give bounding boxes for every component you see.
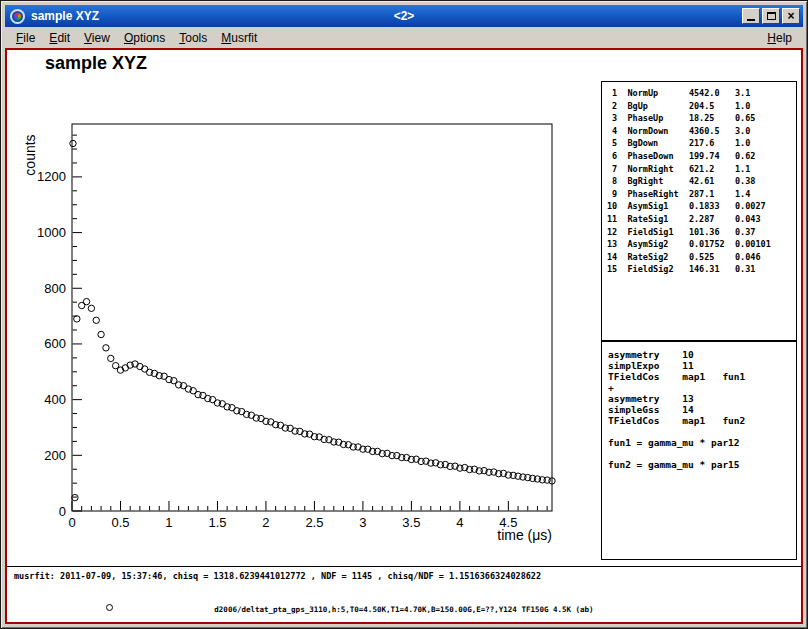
theory-box[interactable]: asymmetry 10 simplExpo 11 TFieldCos map1… [601, 341, 797, 560]
window-center-title: <2> [5, 9, 803, 23]
svg-text:400: 400 [44, 392, 66, 407]
data-points [70, 140, 555, 501]
close-icon: × [787, 10, 794, 22]
svg-text:1000: 1000 [37, 225, 66, 240]
legend-text: d2006/deltat_pta_gps_3110,h:5,T0=4.50K,T… [7, 599, 801, 614]
maximize-button[interactable] [762, 8, 780, 24]
menu-item-musrfit[interactable]: Musrfit [214, 29, 264, 47]
svg-text:1.5: 1.5 [208, 515, 226, 530]
svg-text:3: 3 [359, 515, 366, 530]
menu-item-options[interactable]: Options [117, 29, 172, 47]
main-window: sample XYZ <2> × File Edit View Options … [0, 0, 808, 629]
svg-text:4: 4 [456, 515, 463, 530]
svg-text:600: 600 [44, 336, 66, 351]
window-controls: × [742, 8, 800, 24]
run-legend[interactable]: d2006/deltat_pta_gps_3110,h:5,T0=4.50K,T… [7, 599, 801, 619]
menu-item-tools[interactable]: Tools [172, 29, 214, 47]
parameter-box[interactable]: 1 NormUp 4542.0 3.1 2 BgUp 204.5 1.0 3 P… [601, 81, 797, 341]
svg-text:1200: 1200 [37, 169, 66, 184]
svg-text:1: 1 [165, 515, 172, 530]
svg-text:0: 0 [59, 504, 66, 519]
svg-text:counts: counts [22, 134, 38, 175]
theory-box-text: asymmetry 10 simplExpo 11 TFieldCos map1… [602, 342, 796, 470]
maximize-icon [767, 12, 776, 20]
svg-text:800: 800 [44, 281, 66, 296]
canvas[interactable]: sample XYZ 02004006008001000120000.511.5… [5, 48, 803, 624]
menu-item-edit[interactable]: Edit [42, 29, 77, 47]
window-title: sample XYZ [31, 9, 99, 23]
fit-stats-line: musrfit: 2011-07-09, 15:37:46, chisq = 1… [14, 571, 797, 581]
svg-text:0.5: 0.5 [111, 515, 129, 530]
minimize-button[interactable] [742, 8, 760, 24]
svg-text:200: 200 [44, 448, 66, 463]
plot-svg[interactable]: 02004006008001000120000.511.522.533.544.… [7, 50, 592, 595]
parameter-box-text: 1 NormUp 4542.0 3.1 2 BgUp 204.5 1.0 3 P… [602, 82, 796, 276]
open-circle-marker-icon [106, 604, 113, 611]
app-icon[interactable] [10, 9, 25, 24]
menu-item-view[interactable]: View [77, 29, 117, 47]
menu-item-file[interactable]: File [9, 29, 42, 47]
menu-item-help[interactable]: Help [760, 29, 799, 47]
svg-text:time (μs): time (μs) [497, 527, 552, 543]
axes: 02004006008001000120000.511.522.533.544.… [22, 124, 552, 543]
svg-text:3.5: 3.5 [402, 515, 420, 530]
svg-text:2: 2 [262, 515, 269, 530]
minimize-icon [747, 19, 755, 21]
title-bar[interactable]: sample XYZ <2> × [5, 5, 803, 27]
bottom-separator [7, 566, 801, 567]
svg-text:2.5: 2.5 [305, 515, 323, 530]
menu-bar: File Edit View Options Tools Musrfit Hel… [5, 28, 803, 48]
svg-text:0: 0 [68, 515, 75, 530]
close-button[interactable]: × [782, 8, 800, 24]
